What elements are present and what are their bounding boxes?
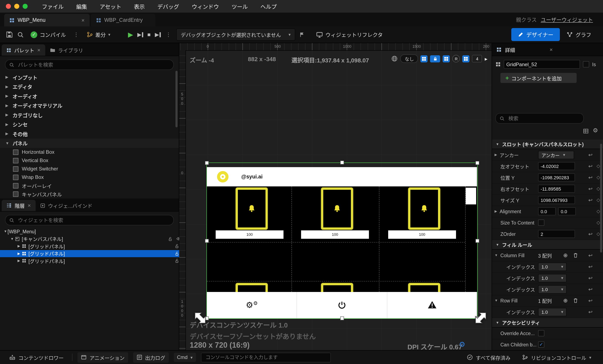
details-scrollbar[interactable] — [600, 144, 602, 253]
power-cell[interactable] — [297, 292, 387, 318]
trash-icon[interactable] — [573, 298, 578, 303]
menu-edit[interactable]: 編集 — [76, 2, 87, 10]
palette-category-editor[interactable]: ▶エディタ — [0, 82, 179, 91]
size-y-field[interactable] — [538, 196, 575, 204]
revision-control-button[interactable]: リビジョンコントロール ▾ — [519, 352, 595, 363]
hierarchy-row-wbp-menu[interactable]: ▼ [WBP_Menu] — [0, 228, 180, 235]
hierarchy-row-grid-panel-3[interactable]: ▶ [グリッドパネル] — [0, 257, 193, 265]
tab-wbp-cardentry[interactable]: WBP_CardEntry — [91, 14, 155, 26]
cmd-dropdown[interactable]: Cmd ▾ — [174, 353, 196, 362]
reset-icon[interactable]: ↩ — [588, 298, 592, 304]
bind-diamond-icon[interactable]: ◇ — [596, 163, 600, 169]
override-accessible-checkbox[interactable] — [538, 330, 544, 336]
menu-asset[interactable]: アセット — [100, 2, 121, 10]
reset-icon[interactable]: ↩ — [588, 231, 592, 237]
offset-left-field[interactable] — [538, 162, 575, 170]
resize-handle[interactable] — [205, 161, 209, 165]
save-status-button[interactable]: すべて保存済み — [464, 352, 514, 363]
menu-help[interactable]: ヘルプ — [260, 2, 277, 10]
add-array-element-icon[interactable]: ⊕ — [563, 252, 568, 258]
snap-grid-icon[interactable] — [443, 55, 450, 62]
bind-diamond-icon[interactable]: ◇ — [596, 175, 600, 180]
settings-gear-icon[interactable]: ⚙ — [593, 127, 598, 134]
dpi-settings-gear-icon[interactable]: ⚙ — [459, 340, 465, 349]
grid-size-value[interactable]: 4 — [472, 55, 482, 62]
diff-button[interactable]: 差分 ▾ — [84, 29, 113, 40]
graph-mode-button[interactable]: グラフ — [564, 29, 594, 40]
bind-diamond-icon[interactable]: ◇ — [596, 231, 600, 237]
size-to-content-checkbox[interactable] — [538, 220, 544, 226]
details-search[interactable] — [495, 113, 584, 124]
object-name-field[interactable] — [504, 60, 580, 69]
section-fill-rules[interactable]: ▼フィル ルール — [492, 240, 603, 250]
add-array-element-icon[interactable]: ⊕ — [563, 297, 568, 304]
grid-snap-icon[interactable] — [421, 55, 428, 62]
add-component-button[interactable]: + コンポーネントを追加 — [500, 73, 577, 83]
close-icon[interactable]: × — [37, 47, 40, 53]
unlock-icon[interactable] — [175, 258, 179, 263]
reset-icon[interactable]: ↩ — [588, 264, 592, 270]
widget-reflector-button[interactable]: ウィジェットリフレクタ — [314, 29, 385, 40]
palette-category-synth[interactable]: ▶シンセ — [0, 120, 179, 129]
traffic-light-minimize[interactable] — [14, 4, 19, 9]
reset-icon[interactable]: ↩ — [588, 275, 592, 281]
globe-icon[interactable] — [391, 55, 398, 62]
hierarchy-search[interactable] — [5, 215, 174, 225]
hierarchy-row-grid-panel-1[interactable]: ▶ [グリッドパネル] — [0, 243, 193, 250]
card-grid-area[interactable]: 100 100 100 — [207, 186, 477, 292]
browse-asset-icon[interactable] — [17, 31, 24, 38]
palette-search-input[interactable] — [17, 61, 170, 68]
reset-icon[interactable]: ↩ — [588, 152, 592, 158]
palette-item-canvas-panel[interactable]: キャンバスパネル — [0, 190, 179, 198]
grid-scrollbar-thumb[interactable] — [466, 188, 476, 204]
palette-item-wrap-box[interactable]: Wrap Box — [0, 173, 179, 181]
compile-button[interactable]: ✓ コンパイル — [28, 29, 69, 40]
tab-wbp-menu[interactable]: WBP_Menu × — [4, 14, 90, 26]
reset-icon[interactable]: ↩ — [588, 186, 592, 192]
lock-aspect-icon[interactable] — [430, 55, 440, 62]
details-search-input[interactable] — [508, 115, 580, 122]
widget-header-bar[interactable]: @syui.ai — [207, 167, 477, 186]
alignment-y-field[interactable] — [558, 207, 576, 215]
hierarchy-search-input[interactable] — [17, 217, 170, 223]
parent-class-link[interactable]: ユーザーウィジェット — [541, 17, 593, 23]
grid-size-icon[interactable] — [463, 55, 470, 62]
resize-handle[interactable] — [205, 239, 209, 243]
index-dropdown[interactable]: 1.0▾ — [538, 308, 567, 316]
property-matrix-icon[interactable] — [583, 128, 589, 134]
close-icon[interactable]: × — [550, 46, 553, 53]
content-drawer-button[interactable]: コンテンツドロワー — [6, 352, 67, 363]
traffic-light-zoom[interactable] — [23, 4, 28, 9]
section-accessibility[interactable]: ▼アクセシビリティ — [492, 318, 603, 328]
compile-options-icon[interactable]: ⋮ — [73, 31, 80, 38]
reset-icon[interactable]: ↩ — [588, 175, 592, 180]
palette-category-audiomaterial[interactable]: ▶オーディオマテリアル — [0, 101, 179, 110]
bind-diamond-icon[interactable]: ◇ — [596, 186, 600, 191]
bookmark-icon[interactable] — [299, 32, 305, 37]
section-slot[interactable]: ▼スロット (キャンバスパネルスロット) — [492, 140, 603, 149]
palette-category-input[interactable]: ▶インプット — [0, 72, 179, 82]
palette-item-vertical-box[interactable]: Vertical Box — [0, 156, 179, 164]
index-dropdown[interactable]: 1.0▾ — [538, 274, 567, 282]
designer-mode-button[interactable]: デザイナー — [511, 28, 560, 41]
menu-window[interactable]: ウィンドウ — [192, 2, 219, 10]
stop-button[interactable]: ■ — [147, 32, 151, 37]
position-y-field[interactable] — [538, 173, 575, 181]
close-icon[interactable]: × — [28, 202, 31, 209]
output-log-button[interactable]: 出力ログ — [133, 352, 169, 363]
palette-search[interactable] — [5, 59, 174, 70]
reset-icon[interactable]: ↩ — [588, 252, 592, 258]
traffic-light-close[interactable] — [6, 4, 11, 9]
tab-library[interactable]: ライブラリ — [45, 44, 88, 56]
unlock-icon[interactable] — [175, 244, 179, 249]
menu-view[interactable]: 表示 — [134, 2, 145, 10]
save-icon[interactable] — [6, 31, 13, 38]
chevron-right-icon[interactable]: ▸ — [485, 56, 487, 62]
bind-diamond-icon[interactable]: ◇ — [596, 220, 600, 225]
palette-scrollbar[interactable] — [175, 71, 178, 127]
trash-icon[interactable] — [573, 253, 578, 258]
step-forward-button[interactable]: ▶ — [155, 32, 161, 37]
warning-cell[interactable] — [387, 292, 477, 318]
bind-diamond-icon[interactable]: ◇ — [596, 209, 600, 214]
menu-file[interactable]: ファイル — [42, 2, 64, 10]
